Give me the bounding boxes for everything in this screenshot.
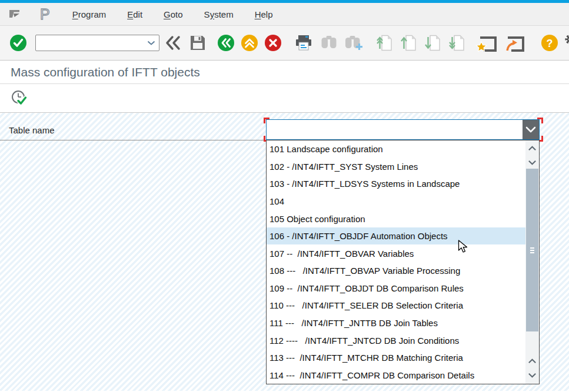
window-shortcut-arrow-icon <box>503 33 525 52</box>
list-item-109[interactable]: 109 -- /INT4/IFTT_OBJDT DB Comparison Ru… <box>267 280 525 297</box>
generate-shortcut-button[interactable] <box>503 33 525 52</box>
customize-layout-button[interactable] <box>564 34 569 52</box>
menu-items: ProgramEditGotoSystemHelp <box>72 9 273 19</box>
scroll-up-button[interactable] <box>525 143 539 153</box>
execute-button[interactable] <box>11 89 28 107</box>
help-button[interactable]: ? <box>541 34 558 52</box>
printer-icon <box>294 34 313 52</box>
binoculars-icon <box>320 35 338 51</box>
page-up-icon <box>400 34 417 52</box>
chevron-down-icon <box>528 373 537 378</box>
enter-button[interactable] <box>9 34 27 52</box>
scrollbar-thumb[interactable] <box>526 169 538 331</box>
list-item-105[interactable]: 105 Object configuration <box>267 210 525 227</box>
dropdown-list: 101 Landscape configuration102 - /INT4/I… <box>266 140 540 384</box>
list-item-106[interactable]: 106 - /INT4/IFTT_OBJDF Automation Object… <box>267 227 525 245</box>
scrollbar-grip-icon <box>530 247 534 253</box>
sap-gui-logo-icon: P <box>40 7 50 22</box>
menu-program[interactable]: Program <box>72 9 107 19</box>
previous-page-button[interactable] <box>400 34 417 52</box>
command-field-dropdown-icon[interactable] <box>147 41 155 45</box>
first-page-button[interactable] <box>376 34 393 52</box>
scroll-up-bottom-button[interactable] <box>525 356 539 366</box>
exit-chevrons-circle-icon <box>241 34 258 52</box>
gears-icon <box>564 34 569 52</box>
menu-system[interactable]: System <box>204 9 234 19</box>
exit-button[interactable] <box>241 34 258 52</box>
next-page-button[interactable] <box>424 34 441 52</box>
page-double-up-icon <box>376 34 393 52</box>
system-menu-icon[interactable] <box>8 9 22 19</box>
list-item-114[interactable]: 114 --- /INT4/IFTT_COMPR DB Comparison D… <box>267 367 525 384</box>
question-circle-icon: ? <box>541 34 558 52</box>
selection-screen: Table name 101 Landscape configuration10… <box>0 113 569 391</box>
table-name-label: Table name <box>9 125 55 135</box>
menu-edit[interactable]: Edit <box>127 9 142 19</box>
sap-gui-window: P ProgramEditGotoSystemHelp <box>0 0 569 392</box>
list-item-104[interactable]: 104 <box>267 193 525 210</box>
list-item-107[interactable]: 107 -- /INT4/IFTT_OBVAR Variables <box>267 244 525 262</box>
chevron-down-icon <box>528 160 537 165</box>
combobox-input[interactable] <box>267 120 523 139</box>
application-toolbar <box>0 84 569 113</box>
list-item-111[interactable]: 111 --- /INT4/IFTT_JNTTB DB Join Tables <box>267 314 525 332</box>
page-double-down-icon <box>448 34 465 52</box>
focus-corner-top-right <box>537 118 543 123</box>
chevron-up-icon <box>528 359 537 364</box>
menu-help[interactable]: Help <box>255 9 273 19</box>
list-item-110[interactable]: 110 --- /INT4/IFTT_SELER DB Selection Cr… <box>267 297 525 314</box>
separator-line <box>0 140 266 140</box>
list-item-108[interactable]: 108 --- /INT4/IFTT_OBVAP Variable Proces… <box>267 262 525 280</box>
back-chevrons-circle-icon <box>217 34 235 52</box>
dropdown-scrollbar[interactable] <box>525 140 539 384</box>
cancel-button[interactable] <box>264 34 282 52</box>
scroll-down-bottom-button[interactable] <box>525 370 539 380</box>
dropdown-rows: 101 Landscape configuration102 - /INT4/I… <box>267 140 525 384</box>
execute-clock-check-icon <box>11 89 28 107</box>
page-title: Mass configuration of IFTT objects <box>11 65 200 79</box>
mouse-cursor <box>458 240 469 253</box>
table-name-combobox[interactable] <box>266 119 540 140</box>
window-flag-icon <box>8 9 22 19</box>
standard-toolbar: ? <box>0 26 569 61</box>
page-down-icon <box>424 34 441 52</box>
back-button[interactable] <box>217 34 235 52</box>
list-item-112[interactable]: 112 ---- /INT4/IFTT_JNTCD DB Join Condit… <box>267 331 525 349</box>
scroll-down-button[interactable] <box>525 157 539 167</box>
find-next-button[interactable] <box>345 35 362 51</box>
binoculars-plus-icon <box>345 35 362 51</box>
chevron-down-icon <box>147 41 155 45</box>
focus-corner-top-left <box>264 118 269 123</box>
list-item-102[interactable]: 102 - /INT4/IFTT_SYST System Lines <box>267 158 525 176</box>
list-item-103[interactable]: 103 - /INT4/IFTT_LDSYS Systems in Landsc… <box>267 175 525 193</box>
print-button[interactable] <box>294 34 313 52</box>
list-item-113[interactable]: 113 --- /INT4/IFTT_MTCHR DB Matching Cri… <box>267 349 525 367</box>
chevron-down-icon <box>525 126 536 133</box>
last-page-button[interactable] <box>448 34 465 52</box>
collapse-command-field-button[interactable] <box>165 35 181 51</box>
find-button[interactable] <box>320 35 338 51</box>
combobox-dropdown-button[interactable] <box>523 120 539 139</box>
window-star-icon <box>475 33 497 52</box>
list-item-101[interactable]: 101 Landscape configuration <box>267 140 525 158</box>
check-circle-icon <box>9 34 27 52</box>
chevron-up-icon <box>528 146 537 151</box>
menu-bar: P ProgramEditGotoSystemHelp <box>0 3 569 26</box>
command-input[interactable] <box>36 35 147 51</box>
title-bar: Mass configuration of IFTT objects <box>0 61 569 84</box>
save-button[interactable] <box>189 34 207 52</box>
double-chevron-left-icon <box>165 35 181 51</box>
new-session-button[interactable] <box>475 33 497 52</box>
svg-text:?: ? <box>547 38 553 49</box>
x-circle-icon <box>264 34 282 52</box>
command-field[interactable] <box>35 35 159 51</box>
menu-goto[interactable]: Goto <box>164 9 183 19</box>
floppy-disk-icon <box>189 34 207 52</box>
